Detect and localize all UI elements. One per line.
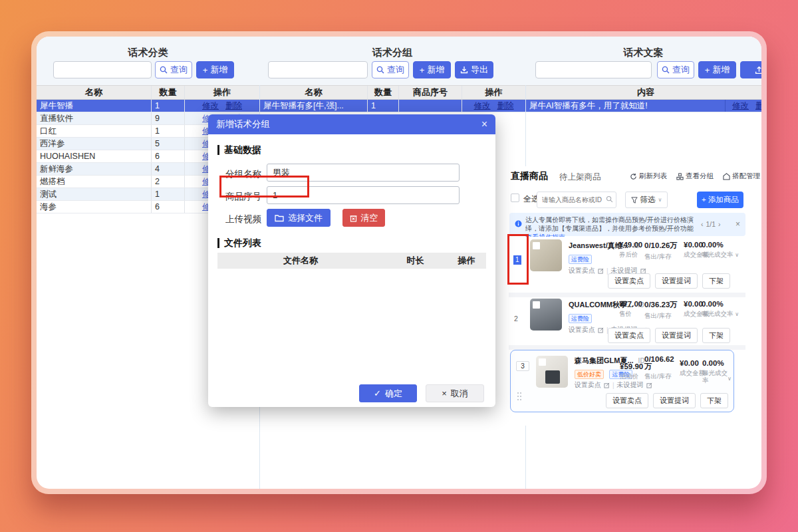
add-product-button[interactable]: + 添加商品 [697,192,743,208]
match-management-button[interactable]: 搭配管理 [723,172,760,181]
script-import-button[interactable] [740,61,761,78]
drag-handle[interactable] [517,392,522,401]
close-icon[interactable]: × [481,118,487,130]
edit-link[interactable]: 修改 [732,100,749,112]
group-table: 名称 数量 商品序号 操作 犀牛智播有多[牛,强]... 1 修改删除 [260,85,525,112]
panel-title-category: 话术分类 [37,47,259,59]
remove-button[interactable]: 下架 [700,393,728,408]
category-add-button[interactable]: + 新增 [196,61,234,78]
panel-title-script: 话术文案 [525,47,761,59]
group-add-button[interactable]: + 新增 [413,61,451,78]
product-search-input[interactable] [537,192,616,208]
edit-icon [598,327,604,333]
app-window: 话术分类 话术分组 话术文案 查询 + 新增 查询 + 新增 导出 查询 + 新… [31,31,767,494]
cancel-button[interactable]: × 取消 [426,384,484,402]
choose-file-button[interactable]: 选择文件 [267,209,331,227]
group-export-button[interactable]: 导出 [455,61,493,78]
category-query-button[interactable]: 查询 [155,61,192,78]
set-prompt-button[interactable]: 设置提词 [653,393,696,408]
section-file-list: 文件列表 [217,238,261,248]
product-row-2[interactable]: 2 QUALCOMM秋季...ID 运费险 设置卖点 | 未设提词 ¥77.00… [509,297,745,345]
search-icon [662,66,670,74]
good-deal-tag: 低价好卖 [575,370,604,379]
group-search-input[interactable] [268,61,368,78]
select-all-checkbox[interactable] [511,194,519,202]
match-icon [723,173,730,180]
edit-link[interactable]: 修改 [474,100,491,112]
product-thumbnail [530,239,562,271]
category-table-header: 名称 数量 操作 [37,85,259,100]
close-icon: × [442,388,447,398]
chevron-down-icon: ∨ [658,197,662,203]
add-group-modal: 新增话术分组 × 基础数据 分组名称 商品序号 上传视频 选择文件 清空 文件列… [208,114,495,407]
clear-button[interactable]: 清空 [342,209,385,227]
search-icon [160,66,168,74]
page-indicator: 1/1 [706,220,716,228]
next-page-icon[interactable]: › [718,220,721,228]
modal-header: 新增话术分组 × [208,114,495,134]
tab-live-products[interactable]: 直播商品 [511,170,548,182]
set-selling-point-button[interactable]: 设置卖点 [608,273,650,289]
info-icon [515,220,522,227]
notice-text: 达人专属价即将下线，如需操作商品预热/开价进行价格演绎，请添加【专属渠道品】，并… [525,216,694,232]
refresh-list-button[interactable]: 刷新列表 [630,172,667,181]
notice-close-icon[interactable]: × [735,219,740,229]
table-row[interactable]: 犀牛智播有多[牛,强]... 1 修改删除 [260,100,525,112]
upload-icon [755,66,762,74]
prev-page-icon[interactable]: ‹ [701,220,704,228]
shipping-insurance-tag: 运费险 [569,314,592,323]
script-query-button[interactable]: 查询 [657,61,694,78]
file-table-header: 文件名称 时长 操作 [217,253,486,269]
script-table: 内容 犀牛AI智播有多牛，用了就知道! 修改删除 [526,85,761,112]
plus-icon: + [420,65,425,75]
groups-icon [676,173,684,180]
script-search-input[interactable] [535,61,652,78]
view-groups-button[interactable]: 查看分组 [676,172,714,181]
folder-icon [275,214,284,222]
edit-icon [598,268,604,274]
set-selling-point-button[interactable]: 设置卖点 [608,328,650,343]
plus-icon: + [705,65,710,75]
script-add-button[interactable]: + 新增 [698,61,736,78]
filter-dropdown[interactable]: 筛选 ∨ [625,192,668,208]
group-query-button[interactable]: 查询 [372,61,409,78]
delete-link[interactable]: 删除 [497,100,514,112]
annotation-rect-product-sn [219,176,309,198]
search-icon [376,66,384,74]
product-row-3-selected[interactable]: 3 森马集团GLM夏...ID 低价好卖 运费险 设置卖点 | 未设提词 ¥59… [510,350,734,412]
shipping-insurance-tag: 运费险 [569,255,592,264]
script-table-header: 内容 [526,85,761,100]
edit-icon [604,382,610,388]
set-prompt-button[interactable]: 设置提词 [655,273,698,289]
product-row-1[interactable]: 1 Jeanswest/真维...ID 运费险 设置卖点 | 未设提词 ¥49.… [509,237,745,293]
product-index: 2 [514,315,518,323]
edit-link[interactable]: 修改 [202,100,219,112]
search-icon [606,196,613,203]
group-table-header: 名称 数量 商品序号 操作 [260,85,525,100]
desktop-background: 话术分类 话术分组 话术文案 查询 + 新增 查询 + 新增 导出 查询 + 新… [0,0,798,532]
set-selling-point-button[interactable]: 设置卖点 [606,393,648,408]
set-prompt-button[interactable]: 设置提词 [655,328,698,343]
download-icon [460,66,468,74]
confirm-button[interactable]: ✓ 确定 [359,384,417,402]
annotation-rect-product-index [507,234,529,285]
row-separator [509,345,745,350]
refresh-icon [630,173,637,180]
table-row[interactable]: 犀牛AI智播有多牛，用了就知道! 修改删除 [526,100,761,112]
table-row[interactable]: 犀牛智播 1 修改删除 [37,100,259,112]
edit-icon [646,382,652,388]
app-window-content: 话术分类 话术分组 话术文案 查询 + 新增 查询 + 新增 导出 查询 + 新… [37,37,761,489]
category-search-input[interactable] [53,61,152,78]
tab-pending-products[interactable]: 待上架商品 [559,172,601,183]
product-thumbnail [530,299,562,331]
chevron-down-icon[interactable]: ∨ [735,311,739,317]
product-index: 3 [516,361,529,371]
remove-button[interactable]: 下架 [702,328,730,343]
chevron-down-icon[interactable]: ∨ [728,376,732,382]
delete-link[interactable]: 删除 [225,100,242,112]
remove-button[interactable]: 下架 [702,273,730,289]
delete-link[interactable]: 删除 [755,100,761,112]
chevron-down-icon[interactable]: ∨ [735,252,739,258]
upload-video-label: 上传视频 [225,213,261,225]
live-products-panel: 直播商品 待上架商品 刷新列表 查看分组 搭配管理 全选 筛选 ∨ + 添加商品 [509,166,761,426]
